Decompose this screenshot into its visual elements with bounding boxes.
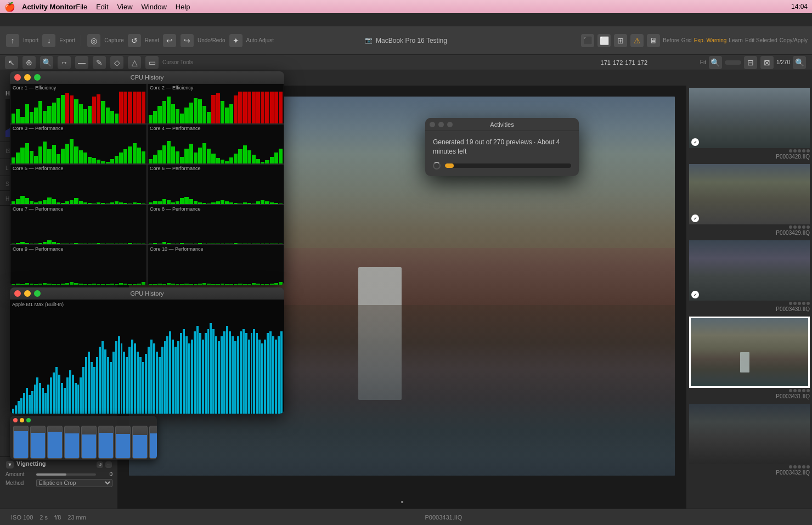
gpu-bar (20, 398, 22, 414)
amount-slider[interactable] (36, 473, 96, 476)
bar (252, 244, 256, 244)
warn-btn[interactable]: ⚠ (630, 34, 644, 47)
act-btn-1[interactable] (430, 122, 435, 127)
bar (202, 143, 206, 163)
gpu-bar (36, 377, 38, 414)
gpu-bar (243, 329, 245, 414)
auto-adjust-btn[interactable]: ✦ (229, 34, 243, 47)
bar (38, 284, 42, 285)
gpu-bar (15, 405, 17, 414)
vignetting-reset[interactable]: ↺ (97, 461, 103, 468)
cursor-tool7[interactable]: ◇ (110, 56, 123, 69)
bar (162, 242, 166, 245)
menu-window[interactable]: Window (142, 3, 167, 11)
gpu-bar (12, 409, 14, 414)
undo-btn[interactable]: ↩ (163, 34, 176, 47)
thumb-container-3[interactable] (689, 317, 810, 388)
cursor-tool4[interactable]: ↔ (58, 56, 71, 69)
view-toggle[interactable]: ⊟ (744, 56, 757, 69)
reset-btn[interactable]: ↺ (128, 34, 141, 47)
bar (270, 284, 274, 285)
app-name[interactable]: Activity Monitor (22, 3, 76, 11)
export-btn[interactable]: ↓ (42, 34, 55, 47)
bar (198, 202, 202, 204)
menu-file[interactable]: File (76, 3, 87, 11)
gpu-min-btn[interactable] (24, 290, 31, 297)
settings-label: S (5, 181, 9, 187)
gpu-bar (278, 336, 280, 414)
redo-btn[interactable]: ↪ (181, 34, 194, 47)
bar (57, 154, 60, 163)
bar (157, 201, 161, 204)
gpu-bar (112, 352, 115, 414)
gpu-bar-chart (12, 311, 282, 414)
menu-edit[interactable]: Edit (96, 3, 108, 11)
bar (252, 283, 256, 285)
thumb-image-1 (689, 164, 810, 224)
bar (47, 149, 51, 163)
bar (157, 284, 161, 285)
zoom-tool[interactable]: 🔍 (709, 56, 722, 69)
cursor-tool5[interactable]: — (75, 56, 88, 69)
bar (202, 244, 206, 245)
view-before-btn[interactable]: ⬛ (581, 34, 594, 47)
bar (261, 162, 264, 163)
cursor-tool3[interactable]: 🔍 (40, 56, 53, 69)
import-btn[interactable]: ↑ (6, 34, 19, 47)
star-4 (807, 149, 810, 153)
gpu-close-btn[interactable] (14, 290, 21, 297)
cursor-tool1[interactable]: ↖ (5, 56, 18, 69)
bar (133, 202, 137, 204)
cpu-window-title: CPU History (131, 74, 164, 81)
dock-min[interactable] (20, 418, 24, 422)
dock-close[interactable] (13, 418, 18, 422)
star-18 (802, 389, 805, 392)
grid-btn[interactable]: ⊞ (614, 34, 627, 47)
cursor-tool2[interactable]: ⊕ (22, 56, 36, 69)
gpu-max-btn[interactable] (34, 290, 41, 297)
bar (115, 156, 119, 163)
minimize-btn[interactable] (24, 74, 31, 81)
capture-btn[interactable]: ◎ (87, 34, 100, 47)
cursor-tool9[interactable]: ▭ (145, 56, 159, 69)
act-btn-2[interactable] (438, 122, 444, 127)
bar (52, 145, 56, 164)
method-select[interactable]: Elliptic on Crop (36, 479, 112, 487)
bar (252, 155, 256, 163)
import-label: Import (23, 37, 38, 43)
bar (115, 114, 119, 123)
vignetting-menu[interactable]: ··· (105, 461, 112, 468)
menu-view[interactable]: View (117, 3, 133, 11)
apple-menu-icon[interactable]: 🍎 (4, 2, 15, 12)
activities-progress-fill (445, 163, 454, 168)
gpu-bar (180, 333, 182, 414)
zoom-slider[interactable] (725, 60, 741, 65)
display-btn[interactable]: 🖥 (647, 34, 660, 47)
vignetting-expand[interactable]: ▼ (6, 461, 14, 468)
compare-btn[interactable]: ⊠ (760, 56, 774, 69)
thumb-container-1[interactable]: ✓ (689, 164, 810, 224)
act-btn-3[interactable] (447, 122, 453, 127)
bar (279, 204, 283, 204)
gpu-device-label: Apple M1 Max (Built-In) (12, 302, 282, 307)
bar (101, 284, 105, 285)
bar (101, 203, 105, 204)
bar (88, 203, 92, 204)
menubar-right: 14:04 (791, 0, 808, 13)
dock-max[interactable] (26, 418, 31, 422)
cursor-tool8[interactable]: △ (128, 56, 141, 69)
menu-help[interactable]: Help (176, 3, 190, 11)
view-after-btn[interactable]: ⬜ (597, 34, 611, 47)
thumb-container-2[interactable]: ✓ (689, 240, 810, 301)
bar (61, 284, 65, 285)
gpu-bar (205, 333, 207, 414)
gpu-bar (75, 383, 77, 414)
search-btn[interactable]: 🔍 (793, 56, 806, 69)
thumb-container-4[interactable] (689, 404, 810, 464)
thumb-container-0[interactable]: ✓ (689, 88, 810, 148)
cursor-tool6[interactable]: ✎ (93, 56, 106, 69)
maximize-btn[interactable] (34, 74, 41, 81)
gpu-bar (210, 323, 212, 414)
bar-red (243, 92, 247, 123)
close-btn[interactable] (14, 74, 21, 81)
